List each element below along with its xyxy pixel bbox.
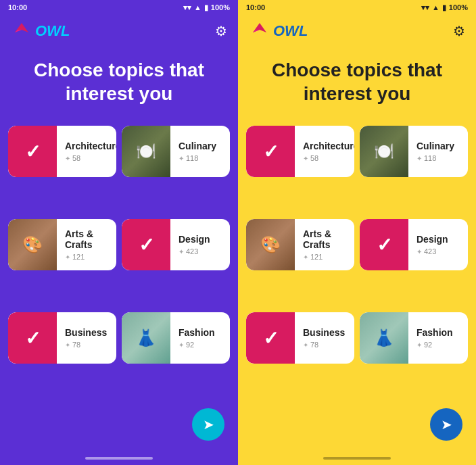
card-info-fashion-purple: Fashion ✦ 92 (170, 322, 230, 354)
topic-card-design-yellow[interactable]: Design ✦ 423 (360, 219, 468, 270)
card-info-culinary-yellow: Culinary ✦ 118 (408, 135, 468, 168)
settings-icon-purple[interactable]: ⚙ (215, 23, 227, 39)
heading-purple: Choose topics that interest you (0, 45, 238, 126)
topic-card-arts-yellow[interactable]: Arts & Crafts ✦ 121 (246, 219, 354, 270)
top-bar-purple: OWL ⚙ (0, 15, 238, 45)
fab-icon-yellow: ➤ (441, 416, 452, 433)
topic-card-architecture-yellow[interactable]: Architecture ✦ 58 (246, 126, 354, 177)
count-symbol: ✦ (303, 253, 308, 261)
fab-button-yellow[interactable]: ➤ (430, 408, 462, 441)
battery-pct-purple: 100% (211, 3, 230, 11)
topic-card-fashion-purple[interactable]: Fashion ✦ 92 (122, 312, 230, 364)
topic-card-culinary-yellow[interactable]: Culinary ✦ 118 (360, 126, 468, 177)
count-val: 121 (72, 253, 85, 261)
card-image-design-yellow (360, 219, 408, 270)
card-count-business-yellow: ✦ 78 (303, 341, 346, 349)
count-symbol: ✦ (65, 253, 70, 261)
card-name-design-yellow: Design (416, 234, 460, 245)
card-count-culinary-purple: ✦ 118 (178, 154, 222, 162)
status-bar-purple: 10:00 ▾▾ ▲ ▮ 100% (0, 0, 238, 15)
count-symbol: ✦ (416, 341, 422, 349)
wifi-icon-y: ▾▾ (421, 3, 429, 12)
status-icons-purple: ▾▾ ▲ ▮ 100% (183, 3, 230, 12)
topic-card-arts-purple[interactable]: Arts & Crafts ✦ 121 (8, 219, 116, 270)
count-val: 423 (424, 247, 436, 255)
card-name-architecture-purple: Architecture (65, 141, 116, 151)
card-count-culinary-yellow: ✦ 118 (416, 154, 460, 162)
card-name-arts-purple: Arts & Crafts (65, 228, 108, 250)
heading-yellow: Choose topics that interest you (238, 45, 476, 126)
fab-button-purple[interactable]: ➤ (192, 408, 224, 441)
count-symbol: ✦ (416, 155, 422, 162)
card-count-architecture-purple: ✦ 58 (65, 154, 116, 162)
battery-pct-yellow: 100% (449, 3, 468, 11)
count-symbol: ✦ (303, 155, 308, 162)
card-name-fashion-yellow: Fashion (416, 327, 460, 338)
topic-card-architecture-purple[interactable]: Architecture ✦ 58 (8, 126, 116, 177)
time-yellow: 10:00 (246, 3, 265, 11)
count-val: 118 (186, 154, 198, 162)
card-image-architecture-yellow (246, 126, 295, 177)
count-val: 423 (186, 247, 198, 255)
battery-icon: ▮ (204, 3, 208, 12)
card-count-business-purple: ✦ 78 (65, 341, 108, 349)
card-image-culinary-purple (122, 126, 170, 177)
home-indicator-yellow (238, 454, 476, 465)
count-val: 58 (72, 154, 80, 162)
fab-container-purple: ➤ (0, 400, 238, 454)
card-image-architecture-purple (8, 126, 57, 177)
status-bar-yellow: 10:00 ▾▾ ▲ ▮ 100% (238, 0, 476, 15)
top-bar-yellow: OWL ⚙ (238, 15, 476, 45)
count-symbol: ✦ (65, 155, 70, 162)
yellow-phone-panel: 10:00 ▾▾ ▲ ▮ 100% OWL ⚙ Choose topics th… (238, 0, 476, 465)
wifi-icon: ▾▾ (183, 3, 191, 12)
card-count-design-yellow: ✦ 423 (416, 247, 460, 255)
card-info-architecture-yellow: Architecture ✦ 58 (295, 135, 354, 168)
topic-card-culinary-purple[interactable]: Culinary ✦ 118 (122, 126, 230, 177)
battery-icon-y: ▮ (442, 3, 446, 12)
card-name-arts-yellow: Arts & Crafts (303, 228, 346, 250)
card-image-arts-purple (8, 219, 57, 270)
count-val: 121 (310, 253, 323, 261)
topic-card-design-purple[interactable]: Design ✦ 423 (122, 219, 230, 270)
count-val: 92 (424, 341, 432, 349)
count-val: 118 (424, 154, 436, 162)
topic-grid-yellow: Architecture ✦ 58 Culinary ✦ 118 Arts & … (238, 126, 476, 400)
card-name-culinary-yellow: Culinary (416, 141, 460, 151)
count-symbol: ✦ (303, 341, 308, 349)
heading-text-yellow: Choose topics that interest you (252, 58, 462, 105)
card-count-fashion-yellow: ✦ 92 (416, 341, 460, 349)
status-icons-yellow: ▾▾ ▲ ▮ 100% (421, 3, 468, 12)
card-name-architecture-yellow: Architecture (303, 141, 354, 151)
fab-container-yellow: ➤ (238, 400, 476, 454)
count-val: 78 (310, 341, 318, 349)
purple-phone-panel: 10:00 ▾▾ ▲ ▮ 100% OWL ⚙ Choose topics th… (0, 0, 238, 465)
count-symbol: ✦ (65, 341, 70, 349)
fab-icon-purple: ➤ (203, 416, 214, 433)
home-indicator-purple (0, 454, 238, 465)
owl-logo-icon-y (249, 20, 270, 42)
card-count-arts-purple: ✦ 121 (65, 253, 108, 261)
card-image-fashion-purple (122, 312, 170, 364)
topic-card-fashion-yellow[interactable]: Fashion ✦ 92 (360, 312, 468, 364)
card-name-business-yellow: Business (303, 327, 346, 338)
heading-text-purple: Choose topics that interest you (14, 58, 224, 105)
logo-purple: OWL (11, 20, 70, 42)
card-image-fashion-yellow (360, 312, 408, 364)
count-val: 58 (310, 154, 318, 162)
card-info-culinary-purple: Culinary ✦ 118 (170, 135, 230, 168)
card-info-fashion-yellow: Fashion ✦ 92 (408, 322, 468, 354)
card-name-design-purple: Design (178, 234, 222, 245)
card-image-design-purple (122, 219, 170, 270)
topic-card-business-purple[interactable]: Business ✦ 78 (8, 312, 116, 364)
topic-card-business-yellow[interactable]: Business ✦ 78 (246, 312, 354, 364)
owl-logo-icon (11, 20, 32, 42)
card-image-culinary-yellow (360, 126, 408, 177)
settings-icon-yellow[interactable]: ⚙ (453, 23, 465, 39)
count-symbol: ✦ (416, 248, 422, 255)
count-symbol: ✦ (178, 155, 184, 162)
card-info-design-yellow: Design ✦ 423 (408, 228, 468, 261)
card-count-architecture-yellow: ✦ 58 (303, 154, 354, 162)
card-info-design-purple: Design ✦ 423 (170, 228, 230, 261)
home-bar-purple (85, 457, 153, 460)
